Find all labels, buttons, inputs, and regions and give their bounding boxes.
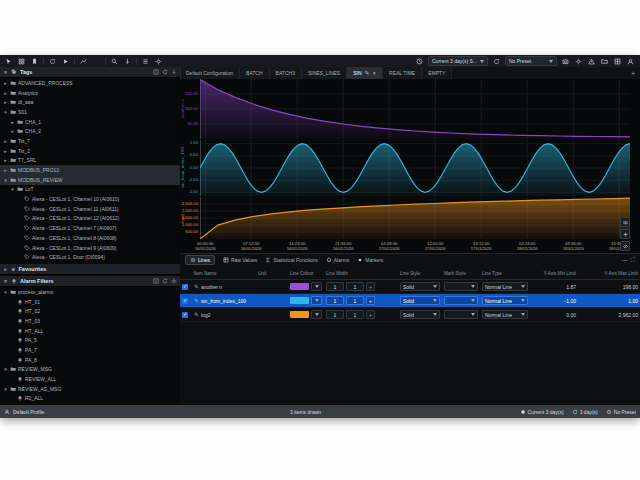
config-tab-sin[interactable]: SIN✎× xyxy=(347,67,383,79)
width-stepper[interactable]: + xyxy=(366,296,375,305)
refresh-icon[interactable] xyxy=(491,57,502,66)
tree-item[interactable]: Alexa - CESLot 1, Door (DI0094) xyxy=(0,252,180,262)
properties-tab-markers[interactable]: Markers xyxy=(357,257,383,263)
row-checkbox[interactable]: ✓ xyxy=(182,312,188,318)
trend-icon[interactable] xyxy=(78,57,89,66)
tree-item[interactable]: ▸MODBUS_PRO13 xyxy=(0,165,180,175)
table-row[interactable]: ✓another n11+SolidNormal Line1.87198.00 xyxy=(180,280,640,294)
tree-item[interactable]: HT_02 xyxy=(0,306,180,316)
tree-item[interactable]: ▸Analytics xyxy=(0,88,180,98)
line-colour-swatch[interactable] xyxy=(290,311,309,318)
tree-item[interactable]: ▾S01 xyxy=(0,107,180,117)
line-colour-swatch[interactable] xyxy=(290,283,309,290)
chart-panel-log2[interactable]: log22,500.002,000.001,500.001,000.00500.… xyxy=(180,197,640,239)
preset-select[interactable]: No Preset xyxy=(505,56,557,66)
chart-panel-sin-from-index-100[interactable]: sin_from_index_1001.000.500.00-0.50-1.00 xyxy=(180,140,640,196)
tree-item[interactable]: Alexa - CESLot 1, Channel 8 (AI0608) xyxy=(0,233,180,243)
width-stepper[interactable]: + xyxy=(366,282,375,291)
status-duration[interactable]: 3 day(s) xyxy=(572,409,598,415)
undo-icon[interactable] xyxy=(47,57,58,66)
user-icon[interactable] xyxy=(625,57,636,66)
column-header[interactable]: Line Style xyxy=(398,271,442,276)
column-header[interactable]: Y-Axis Max Limit xyxy=(578,271,640,276)
tree-item[interactable]: ▾LoT xyxy=(0,185,180,195)
status-preset[interactable]: No Preset xyxy=(606,409,636,415)
mark-width-input[interactable]: 1 xyxy=(346,310,364,319)
bookmark-icon[interactable] xyxy=(29,57,40,66)
column-header[interactable]: Line Type xyxy=(480,271,530,276)
config-tab-batch[interactable]: BATCH xyxy=(240,67,270,79)
pin-icon[interactable] xyxy=(171,69,177,75)
gear-icon[interactable] xyxy=(171,278,177,284)
tree-item[interactable]: HT_03 xyxy=(0,316,180,326)
tree-item[interactable]: Alexa - CESLot 1, Channel 9 (AI0609) xyxy=(0,243,180,253)
tree-item[interactable]: PA_8 xyxy=(0,355,180,365)
list-icon[interactable] xyxy=(140,57,151,66)
collapse-all-icon[interactable] xyxy=(153,278,159,284)
tree-item[interactable]: PA_5 xyxy=(0,336,180,346)
column-header[interactable]: Line Width xyxy=(324,271,398,276)
mark-style-select[interactable] xyxy=(444,282,478,291)
line-style-select[interactable]: Solid xyxy=(400,310,440,319)
pin-icon[interactable] xyxy=(122,57,133,66)
tree-item[interactable]: ▸CHA_2 xyxy=(0,126,180,136)
gear-icon[interactable] xyxy=(573,57,584,66)
line-width-input[interactable]: 1 xyxy=(326,282,344,291)
tree-item[interactable]: HT_ALL xyxy=(0,326,180,336)
tree-item[interactable]: ▸dt_aaa xyxy=(0,97,180,107)
mark-width-input[interactable]: 1 xyxy=(346,282,364,291)
line-colour-dropdown[interactable] xyxy=(311,282,322,291)
table-row[interactable]: ✓sin_from_index_10011+SolidNormal Line-1… xyxy=(180,294,640,308)
mark-style-select[interactable] xyxy=(444,296,478,305)
tree-item[interactable]: Alexa - CESLot 1, Channel 10 (AI0610) xyxy=(0,194,180,204)
status-range[interactable]: Current 3 day(s) xyxy=(520,409,564,415)
config-tab-default-configuration[interactable]: Default Configuration xyxy=(180,67,240,79)
close-icon[interactable]: × xyxy=(373,70,377,76)
pointer-icon[interactable] xyxy=(3,57,14,66)
expand-panel-button[interactable]: ⛶ xyxy=(631,257,635,264)
tree-item[interactable]: R2_ALL xyxy=(0,394,180,404)
eye-off-button[interactable] xyxy=(620,241,630,251)
tree-item[interactable]: HT_01 xyxy=(0,297,180,307)
camera-button[interactable] xyxy=(620,217,630,227)
alarm-filters-section-header[interactable]: ▾ Alarm Filters xyxy=(0,276,180,287)
tree-item[interactable]: REVIEW_ALL xyxy=(0,374,180,384)
favourites-section-header[interactable]: ▸ ★ Favourites xyxy=(0,264,180,275)
search-icon[interactable] xyxy=(109,57,120,66)
layout-grid-icon[interactable] xyxy=(16,57,27,66)
tree-item[interactable]: ▾MODBUS_REVIEW xyxy=(0,175,180,185)
properties-tab-raw-values[interactable]: Raw Values xyxy=(223,257,257,263)
alert-icon[interactable] xyxy=(586,57,597,66)
chart-panel-another-n[interactable]: another n150.00100.0050.00 xyxy=(180,79,640,139)
column-header[interactable]: Y-Axis Min Limit xyxy=(530,271,578,276)
table-row[interactable]: ✓log211+SolidNormal Line0.002,962.00 xyxy=(180,308,640,322)
tree-item[interactable]: ▸Tst_7 xyxy=(0,136,180,146)
tree-item[interactable]: ▾REVIEW_MSG xyxy=(0,365,180,375)
tree-item[interactable]: PA_7 xyxy=(0,345,180,355)
tree-item[interactable]: ▸CHA_1 xyxy=(0,117,180,127)
line-colour-swatch[interactable] xyxy=(290,297,309,304)
properties-tab-lines[interactable]: Lines xyxy=(185,255,215,265)
column-header[interactable]: Line Colour xyxy=(288,271,324,276)
settings-icon[interactable] xyxy=(153,57,164,66)
add-tab-button[interactable]: + xyxy=(626,67,640,79)
line-style-select[interactable]: Solid xyxy=(400,282,440,291)
tree-item[interactable]: Alexa - CESLot 1, Channel 12 (AI0612) xyxy=(0,214,180,224)
column-header[interactable]: Item Name xyxy=(192,271,256,276)
line-type-select[interactable]: Normal Line xyxy=(482,282,528,291)
line-style-select[interactable]: Solid xyxy=(400,296,440,305)
line-type-select[interactable]: Normal Line xyxy=(482,310,528,319)
line-type-select[interactable]: Normal Line xyxy=(482,296,528,305)
tree-item[interactable]: ▾process_alarms xyxy=(0,287,180,297)
grid-icon[interactable] xyxy=(612,57,623,66)
row-checkbox[interactable]: ✓ xyxy=(182,284,188,290)
line-colour-dropdown[interactable] xyxy=(311,296,322,305)
config-tab-batch3[interactable]: BATCH3 xyxy=(270,67,302,79)
line-width-input[interactable]: 1 xyxy=(326,296,344,305)
mark-style-select[interactable] xyxy=(444,310,478,319)
column-header[interactable]: Unit xyxy=(256,271,288,276)
properties-tab-alarms[interactable]: Alarms xyxy=(326,257,350,263)
edit-icon[interactable]: ✎ xyxy=(365,70,370,76)
line-width-input[interactable]: 1 xyxy=(326,310,344,319)
refresh-icon[interactable] xyxy=(162,69,168,75)
